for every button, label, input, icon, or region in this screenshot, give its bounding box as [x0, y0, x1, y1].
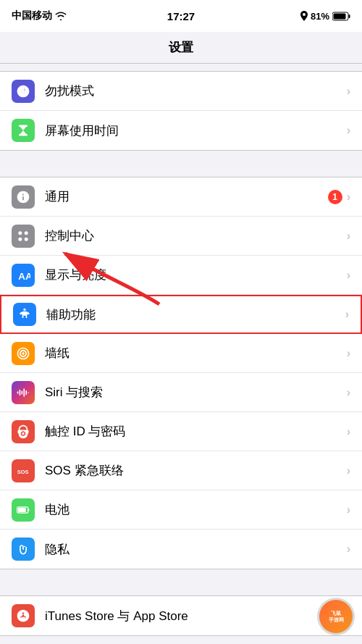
svg-text:SOS: SOS — [17, 469, 29, 475]
display-label: 显示与亮度 — [45, 267, 347, 283]
siri-label: Siri 与搜索 — [45, 384, 347, 401]
wifi-icon — [55, 12, 67, 20]
list-section2: 通用 1 › 控制中心 › AA 显示与亮度 — [0, 177, 362, 569]
dnd-chevron: › — [347, 85, 350, 98]
svg-point-8 — [25, 237, 28, 241]
siri-icon — [16, 385, 30, 400]
touchid-label: 触控 ID 与密码 — [45, 423, 347, 440]
access-icon — [17, 307, 32, 322]
wallpaper-icon — [16, 346, 30, 361]
section-itunes: iTunes Store 与 App Store › — [0, 595, 362, 636]
general-icon-bg — [12, 185, 35, 209]
access-label: 辅助功能 — [46, 306, 345, 323]
status-left: 中国移动 — [12, 9, 67, 22]
privacy-icon-bg — [12, 538, 35, 561]
list-item-control[interactable]: 控制中心 › — [0, 217, 362, 256]
sos-icon-bg: SOS — [12, 459, 35, 482]
general-chevron: › — [347, 191, 350, 204]
control-label: 控制中心 — [45, 227, 347, 244]
battery-text: 81% — [311, 11, 329, 22]
control-icon — [16, 229, 30, 243]
control-icon-bg — [12, 225, 35, 248]
sos-chevron: › — [347, 464, 350, 477]
dnd-icon-bg — [12, 80, 35, 103]
svg-point-7 — [18, 237, 22, 241]
battery-setting-icon — [16, 503, 30, 517]
wallpaper-icon-bg — [12, 342, 35, 365]
list-section3: iTunes Store 与 App Store › — [0, 595, 362, 636]
wallpaper-chevron: › — [347, 347, 350, 360]
nav-header: 设置 — [0, 32, 362, 64]
screentime-icon — [16, 123, 30, 138]
svg-rect-19 — [28, 509, 30, 511]
battery-icon — [332, 12, 350, 21]
svg-rect-1 — [349, 14, 350, 18]
display-chevron: › — [347, 269, 350, 282]
control-chevron: › — [347, 230, 350, 243]
siri-icon-bg — [12, 381, 35, 404]
watermark: 飞鼠手游网 — [317, 598, 355, 635]
dnd-icon — [16, 84, 30, 99]
sos-label: SOS 紧急联络 — [45, 462, 347, 479]
list-item-itunes[interactable]: iTunes Store 与 App Store › — [0, 596, 362, 635]
watermark-logo: 飞鼠手游网 — [319, 600, 353, 633]
privacy-chevron: › — [347, 543, 350, 556]
list-section1: 勿扰模式 › 屏幕使用时间 › — [0, 71, 362, 151]
list-item-wallpaper[interactable]: 墙纸 › — [0, 334, 362, 373]
general-label: 通用 — [45, 188, 328, 205]
itunes-icon — [16, 609, 30, 623]
svg-rect-12 — [20, 389, 21, 395]
svg-rect-20 — [18, 508, 26, 512]
battery-icon-bg — [12, 498, 35, 522]
touchid-icon — [16, 425, 30, 439]
svg-rect-13 — [22, 390, 23, 394]
wallpaper-label: 墙纸 — [45, 345, 347, 361]
sos-icon: SOS — [16, 464, 30, 478]
svg-rect-15 — [25, 390, 27, 395]
privacy-label: 隐私 — [45, 541, 347, 558]
svg-text:AA: AA — [18, 270, 30, 281]
list-item-general[interactable]: 通用 1 › — [0, 177, 362, 217]
svg-rect-4 — [19, 134, 28, 136]
section-dnd-screentime: 勿扰模式 › 屏幕使用时间 › — [0, 71, 362, 151]
itunes-label: iTunes Store 与 App Store — [45, 608, 347, 624]
access-icon-bg — [13, 303, 36, 326]
svg-rect-3 — [19, 125, 28, 127]
list-item-screentime[interactable]: 屏幕使用时间 › — [0, 111, 362, 150]
screentime-chevron: › — [347, 124, 350, 137]
list-item-privacy[interactable]: 隐私 › — [0, 530, 362, 569]
list-item-touchid[interactable]: 触控 ID 与密码 › — [0, 412, 362, 451]
list-item-sos[interactable]: SOS SOS 紧急联络 › — [0, 451, 362, 490]
general-icon — [16, 190, 30, 204]
list-item-siri[interactable]: Siri 与搜索 › — [0, 373, 362, 412]
battery-chevron: › — [347, 503, 350, 517]
section-main: 通用 1 › 控制中心 › AA 显示与亮度 — [0, 177, 362, 569]
location-icon — [300, 11, 308, 21]
list-item-access[interactable]: 辅助功能 › — [0, 295, 362, 334]
general-badge: 1 — [328, 190, 342, 204]
svg-rect-11 — [17, 391, 19, 393]
svg-point-10 — [23, 309, 25, 311]
screentime-label: 屏幕使用时间 — [45, 122, 347, 139]
svg-rect-2 — [334, 13, 346, 19]
screentime-icon-bg — [12, 119, 35, 142]
list-item-battery[interactable]: 电池 › — [0, 490, 362, 530]
touchid-chevron: › — [347, 425, 350, 438]
display-icon: AA — [16, 268, 30, 283]
svg-point-6 — [25, 231, 28, 235]
svg-rect-16 — [28, 392, 29, 393]
svg-rect-14 — [23, 388, 25, 397]
list-item-dnd[interactable]: 勿扰模式 › — [0, 72, 362, 111]
touchid-icon-bg — [12, 420, 35, 443]
status-bar: 中国移动 17:27 81% — [0, 0, 362, 32]
dnd-label: 勿扰模式 — [45, 83, 347, 99]
display-icon-bg: AA — [12, 264, 35, 287]
list-item-display[interactable]: AA 显示与亮度 › — [0, 256, 362, 295]
privacy-icon — [16, 542, 30, 556]
svg-point-5 — [18, 231, 22, 235]
siri-chevron: › — [347, 386, 350, 399]
carrier-text: 中国移动 — [12, 9, 52, 22]
status-time: 17:27 — [167, 10, 195, 22]
itunes-icon-bg — [12, 604, 35, 627]
access-chevron: › — [345, 308, 349, 321]
